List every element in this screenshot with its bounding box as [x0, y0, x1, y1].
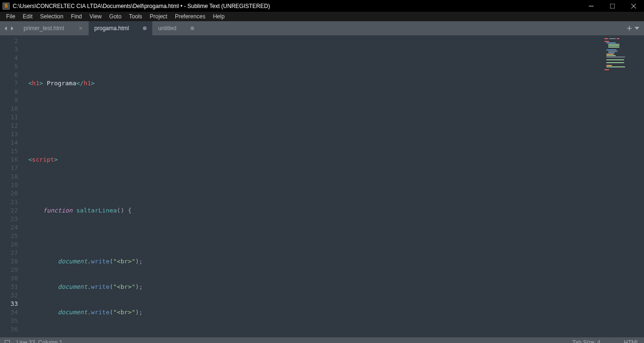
line-gutter[interactable]: 2345678910111213141516171819202122232425…	[0, 35, 23, 337]
tab-nav	[0, 21, 18, 35]
minimap[interactable]	[602, 35, 644, 337]
menu-goto[interactable]: Goto	[106, 12, 125, 21]
menu-tools[interactable]: Tools	[125, 12, 146, 21]
menu-selection[interactable]: Selection	[36, 12, 67, 21]
tab-progama[interactable]: progama.html	[89, 21, 152, 35]
panel-switcher-icon[interactable]	[5, 340, 10, 343]
app-logo-icon: S	[2, 2, 10, 10]
tab-back-icon[interactable]	[4, 26, 8, 31]
close-button[interactable]	[623, 0, 644, 12]
menu-project[interactable]: Project	[146, 12, 171, 21]
tab-bar: primer_test.html × progama.html untitled	[0, 21, 644, 35]
tab-label: primer_test.html	[24, 25, 64, 32]
tab-label: progama.html	[94, 25, 129, 32]
title-bar: S C:\Users\CONCRELTEC CIA LTDA\Documents…	[0, 0, 644, 12]
tab-menu-icon[interactable]	[635, 26, 639, 31]
menu-edit[interactable]: Edit	[19, 12, 36, 21]
tab-primer-test[interactable]: primer_test.html ×	[18, 21, 89, 35]
menu-find[interactable]: Find	[67, 12, 85, 21]
menu-help[interactable]: Help	[209, 12, 229, 21]
new-tab-icon[interactable]	[627, 26, 632, 31]
window-title: C:\Users\CONCRELTEC CIA LTDA\Documents\D…	[13, 3, 580, 9]
status-syntax[interactable]: HTML	[624, 339, 639, 343]
tab-untitled[interactable]: untitled	[152, 21, 200, 35]
svg-rect-1	[610, 4, 615, 8]
code-area[interactable]: <h1> Programa</h1> <script> function sal…	[23, 35, 602, 337]
tab-label: untitled	[158, 25, 176, 32]
menu-view[interactable]: View	[86, 12, 106, 21]
tab-dirty-icon[interactable]	[190, 26, 194, 30]
maximize-button[interactable]	[602, 0, 623, 12]
tab-dirty-icon[interactable]	[143, 26, 147, 30]
editor: 2345678910111213141516171819202122232425…	[0, 35, 644, 337]
menu-file[interactable]: File	[2, 12, 19, 21]
menu-preferences[interactable]: Preferences	[171, 12, 209, 21]
tab-forward-icon[interactable]	[10, 26, 14, 31]
menu-bar: File Edit Selection Find View Goto Tools…	[0, 12, 644, 21]
tab-close-icon[interactable]: ×	[78, 26, 83, 31]
minimize-button[interactable]	[580, 0, 602, 12]
